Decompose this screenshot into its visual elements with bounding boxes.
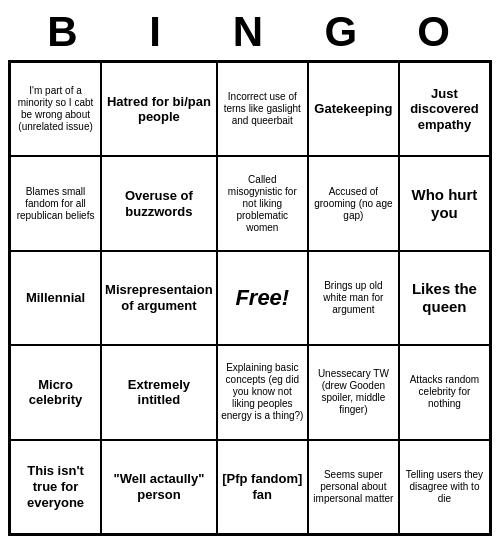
bingo-cell: "Well actaully" person	[101, 440, 217, 534]
title-letter: I	[111, 8, 204, 56]
cell-text: I'm part of a minority so I cabt be wron…	[14, 85, 97, 133]
bingo-cell: Incorrect use of terns like gaslight and…	[217, 62, 308, 156]
bingo-cell: This isn't true for everyone	[10, 440, 101, 534]
bingo-cell: Overuse of buzzwords	[101, 156, 217, 250]
cell-text: This isn't true for everyone	[14, 463, 97, 510]
cell-text: Incorrect use of terns like gaslight and…	[221, 91, 304, 127]
cell-text: Millennial	[26, 290, 85, 306]
bingo-cell: Likes the queen	[399, 251, 490, 345]
bingo-cell: I'm part of a minority so I cabt be wron…	[10, 62, 101, 156]
bingo-cell: Blames small fandom for all republican b…	[10, 156, 101, 250]
bingo-cell: Accused of grooming (no age gap)	[308, 156, 399, 250]
cell-text: Telling users they disagree with to die	[403, 469, 486, 505]
title-letter: N	[204, 8, 297, 56]
cell-text: Called misogynistic for not liking probl…	[221, 174, 304, 234]
title-letter: B	[18, 8, 111, 56]
cell-text: Who hurt you	[403, 186, 486, 222]
bingo-cell: Telling users they disagree with to die	[399, 440, 490, 534]
cell-text: Micro celebrity	[14, 377, 97, 408]
bingo-cell: Micro celebrity	[10, 345, 101, 439]
cell-text: Explaining basic concepts (eg did you kn…	[221, 362, 304, 422]
bingo-cell: [Pfp fandom] fan	[217, 440, 308, 534]
bingo-cell: Unessecary TW (drew Gooden spoiler, midd…	[308, 345, 399, 439]
cell-text: Unessecary TW (drew Gooden spoiler, midd…	[312, 368, 395, 416]
bingo-cell: Explaining basic concepts (eg did you kn…	[217, 345, 308, 439]
cell-text: Accused of grooming (no age gap)	[312, 186, 395, 222]
bingo-title: BINGO	[8, 8, 492, 56]
bingo-cell: Free!	[217, 251, 308, 345]
bingo-cell: Brings up old white man for argument	[308, 251, 399, 345]
cell-text: Free!	[235, 285, 289, 311]
title-letter: G	[296, 8, 389, 56]
bingo-cell: Gatekeeping	[308, 62, 399, 156]
cell-text: "Well actaully" person	[105, 471, 213, 502]
cell-text: Attacks random celebrity for nothing	[403, 374, 486, 410]
bingo-cell: Attacks random celebrity for nothing	[399, 345, 490, 439]
cell-text: Hatred for bi/pan people	[105, 94, 213, 125]
cell-text: Seems super personal about impersonal ma…	[312, 469, 395, 505]
cell-text: Brings up old white man for argument	[312, 280, 395, 316]
bingo-cell: Misrepresentaion of argument	[101, 251, 217, 345]
bingo-cell: Who hurt you	[399, 156, 490, 250]
cell-text: Extremely intitled	[105, 377, 213, 408]
cell-text: Likes the queen	[403, 280, 486, 316]
cell-text: [Pfp fandom] fan	[221, 471, 304, 502]
cell-text: Blames small fandom for all republican b…	[14, 186, 97, 222]
cell-text: Misrepresentaion of argument	[105, 282, 213, 313]
bingo-cell: Millennial	[10, 251, 101, 345]
bingo-cell: Just discovered empathy	[399, 62, 490, 156]
bingo-grid: I'm part of a minority so I cabt be wron…	[8, 60, 492, 536]
cell-text: Overuse of buzzwords	[105, 188, 213, 219]
bingo-cell: Hatred for bi/pan people	[101, 62, 217, 156]
bingo-cell: Seems super personal about impersonal ma…	[308, 440, 399, 534]
title-letter: O	[389, 8, 482, 56]
bingo-cell: Called misogynistic for not liking probl…	[217, 156, 308, 250]
bingo-cell: Extremely intitled	[101, 345, 217, 439]
cell-text: Just discovered empathy	[403, 86, 486, 133]
cell-text: Gatekeeping	[314, 101, 392, 117]
